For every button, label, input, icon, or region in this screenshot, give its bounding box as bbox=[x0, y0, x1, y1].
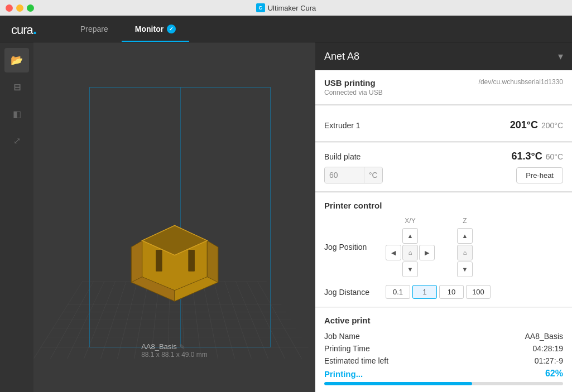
extruder-temps: 201°C 200°C bbox=[510, 119, 563, 131]
progress-bar-fill bbox=[324, 382, 472, 385]
job-name-value: AA8_Basis bbox=[525, 332, 563, 341]
extruder-label: Extruder 1 bbox=[324, 121, 360, 130]
jog-distance-buttons: 0.1 1 10 100 bbox=[386, 285, 491, 299]
scale-icon: ⤢ bbox=[13, 135, 21, 146]
build-plate-label: Build plate bbox=[324, 152, 360, 161]
jog-dist-01-button[interactable]: 0.1 bbox=[386, 285, 410, 299]
jog-y-plus-button[interactable]: ▲ bbox=[402, 228, 418, 244]
print-progress-row: Printing... 62% bbox=[324, 369, 563, 379]
build-plate-current-temp: 61.3°C bbox=[511, 151, 542, 162]
temp-input-group: °C bbox=[324, 167, 383, 183]
maximize-button[interactable] bbox=[27, 4, 34, 12]
jog-z-group: Z ▲ ⌂ ▼ bbox=[457, 217, 473, 277]
logo-word: cura bbox=[11, 23, 33, 37]
usb-header: USB printing /dev/cu.wchusbserial1d1330 bbox=[324, 78, 563, 88]
jog-dist-10-button[interactable]: 10 bbox=[439, 285, 464, 299]
job-name-row: Job Name AA8_Basis bbox=[324, 332, 563, 341]
jog-dist-100-button[interactable]: 100 bbox=[466, 285, 491, 299]
printer-name: Anet A8 bbox=[324, 51, 359, 62]
build-plate-section: Build plate 61.3°C 60°C °C Pre-heat bbox=[315, 143, 572, 192]
printer-control-title: Printer control bbox=[324, 201, 563, 210]
usb-subtitle: Connected via USB bbox=[324, 89, 563, 96]
temp-unit: °C bbox=[364, 167, 382, 183]
layers-icon: ⊟ bbox=[13, 82, 21, 93]
jog-z-minus-button[interactable]: ▼ bbox=[457, 262, 473, 277]
build-plate-header: Build plate 61.3°C 60°C bbox=[324, 151, 563, 162]
printer-header: Anet A8 ▾ bbox=[315, 42, 572, 70]
extruder-section: Extruder 1 201°C 200°C bbox=[315, 106, 572, 142]
printing-time-value: 04:28:19 bbox=[533, 344, 564, 353]
jog-home-xy-button[interactable]: ⌂ bbox=[402, 245, 418, 260]
titlebar: C Ultimaker Cura bbox=[0, 0, 572, 16]
app-container: cura. Prepare Monitor ✓ 📂 ⊟ ◧ bbox=[0, 16, 572, 392]
print-percent: 62% bbox=[545, 369, 563, 379]
close-button[interactable] bbox=[6, 4, 13, 12]
app-title: C Ultimaker Cura bbox=[256, 3, 316, 12]
build-plate-temps: 61.3°C 60°C bbox=[511, 151, 563, 162]
printer-control-section: Printer control Jog Position X/Y ▲ bbox=[315, 193, 572, 307]
jog-distance-row: Jog Distance 0.1 1 10 100 bbox=[324, 285, 563, 299]
jog-distance-label: Jog Distance bbox=[324, 288, 386, 297]
printing-time-label: Printing Time bbox=[324, 344, 370, 353]
usb-path: /dev/cu.wchusbserial1d1330 bbox=[479, 78, 563, 86]
usb-title: USB printing bbox=[324, 78, 376, 88]
extruder-temp-row: Extruder 1 201°C 200°C bbox=[324, 114, 563, 133]
sidebar-item-folder[interactable]: 📂 bbox=[4, 48, 29, 72]
preheat-button[interactable]: Pre-heat bbox=[516, 167, 563, 183]
edit-icon[interactable]: ✎ bbox=[179, 343, 185, 351]
jog-position-label: Jog Position bbox=[324, 243, 386, 251]
jog-dist-1-button[interactable]: 1 bbox=[412, 285, 437, 299]
tab-prepare-label: Prepare bbox=[80, 25, 108, 33]
minimize-button[interactable] bbox=[16, 4, 23, 12]
svg-marker-4 bbox=[131, 240, 142, 282]
active-print-title: Active print bbox=[324, 316, 563, 325]
jog-xy-group: X/Y ▲ ◀ ⌂ ▶ bbox=[386, 217, 435, 277]
sidebar-item-support[interactable]: ◧ bbox=[4, 101, 29, 126]
printer-chevron-icon[interactable]: ▾ bbox=[558, 50, 563, 62]
model-name: AA8_Basis ✎ bbox=[141, 342, 208, 351]
jog-y-minus-button[interactable]: ▼ bbox=[402, 262, 418, 277]
app-title-text: Ultimaker Cura bbox=[268, 4, 316, 12]
check-icon: ✓ bbox=[167, 25, 176, 33]
app-icon: C bbox=[256, 3, 265, 12]
svg-rect-8 bbox=[188, 250, 195, 272]
jog-empty-4 bbox=[419, 262, 435, 277]
jog-xy-grid: ▲ ◀ ⌂ ▶ ▼ bbox=[386, 228, 435, 277]
model-container: AA8_Basis ✎ 88.1 x 88.1 x 49.0 mm bbox=[104, 193, 245, 325]
jog-controls: X/Y ▲ ◀ ⌂ ▶ bbox=[386, 217, 473, 277]
active-print-section: Active print Job Name AA8_Basis Printing… bbox=[315, 308, 572, 392]
jog-x-minus-button[interactable]: ◀ bbox=[386, 245, 401, 260]
jog-x-plus-button[interactable]: ▶ bbox=[419, 245, 435, 260]
logo: cura. bbox=[0, 16, 67, 42]
estimated-time-label: Estimated time left bbox=[324, 356, 388, 365]
logo-text: cura. bbox=[11, 20, 37, 38]
sidebar-item-scale[interactable]: ⤢ bbox=[4, 128, 29, 153]
tab-monitor[interactable]: Monitor ✓ bbox=[122, 16, 189, 42]
build-plate-temp-input[interactable] bbox=[325, 167, 364, 183]
model-dimensions: 88.1 x 88.1 x 49.0 mm bbox=[141, 351, 208, 359]
tab-prepare[interactable]: Prepare bbox=[67, 16, 122, 42]
job-name-label: Job Name bbox=[324, 332, 360, 341]
printing-time-row: Printing Time 04:28:19 bbox=[324, 344, 563, 353]
support-icon: ◧ bbox=[13, 109, 21, 119]
window-controls bbox=[6, 4, 34, 12]
build-plate-controls: °C Pre-heat bbox=[324, 167, 563, 183]
top-nav: cura. Prepare Monitor ✓ bbox=[0, 16, 572, 42]
sidebar-item-layers[interactable]: ⊟ bbox=[4, 75, 29, 99]
jog-empty-1 bbox=[386, 228, 401, 244]
usb-section: USB printing /dev/cu.wchusbserial1d1330 … bbox=[315, 70, 572, 105]
jog-empty-3 bbox=[386, 262, 401, 277]
jog-z-label: Z bbox=[463, 217, 467, 225]
jog-z-grid: ▲ ⌂ ▼ bbox=[457, 228, 473, 277]
printing-status: Printing... bbox=[324, 369, 363, 379]
jog-home-z-button[interactable]: ⌂ bbox=[457, 245, 473, 260]
viewport[interactable]: AA8_Basis ✎ 88.1 x 88.1 x 49.0 mm bbox=[33, 42, 315, 392]
extruder-current-temp: 201°C bbox=[510, 119, 538, 131]
extruder-target-temp: 200°C bbox=[541, 121, 563, 130]
jog-xy-label: X/Y bbox=[405, 217, 415, 225]
model-label: AA8_Basis ✎ 88.1 x 88.1 x 49.0 mm bbox=[141, 342, 208, 359]
progress-bar-container bbox=[324, 382, 563, 385]
jog-position-row: Jog Position X/Y ▲ ◀ bbox=[324, 217, 563, 277]
sidebar: 📂 ⊟ ◧ ⤢ bbox=[0, 42, 33, 392]
jog-z-plus-button[interactable]: ▲ bbox=[457, 228, 473, 244]
